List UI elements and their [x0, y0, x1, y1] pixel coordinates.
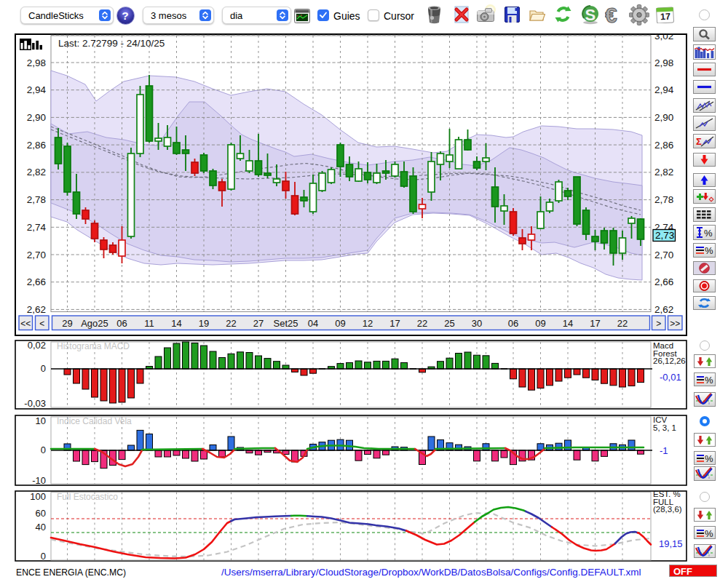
- svg-text:2,70: 2,70: [654, 250, 673, 260]
- svg-text:09: 09: [535, 318, 545, 329]
- svg-text:€: €: [605, 4, 617, 25]
- svg-text:-10: -10: [32, 475, 46, 486]
- svg-text:2,62: 2,62: [654, 304, 673, 315]
- svg-text:2,94: 2,94: [27, 84, 47, 95]
- svg-text:14: 14: [171, 318, 181, 329]
- svg-text:26,12,26: 26,12,26: [653, 356, 686, 365]
- svg-text:2,98: 2,98: [27, 57, 46, 68]
- svg-text:2,66: 2,66: [654, 276, 673, 287]
- svg-text:%: %: [705, 528, 713, 539]
- svg-text:27: 27: [253, 318, 264, 329]
- svg-text:2,73: 2,73: [655, 230, 674, 241]
- svg-text:30: 30: [472, 318, 482, 329]
- svg-text:09: 09: [335, 318, 345, 329]
- svg-text:<: <: [39, 319, 44, 329]
- svg-text:19: 19: [199, 318, 209, 329]
- svg-text:40: 40: [36, 522, 46, 533]
- svg-text:%: %: [704, 228, 713, 239]
- svg-text:12: 12: [363, 318, 373, 329]
- svg-text:19,15: 19,15: [659, 538, 683, 549]
- svg-text:0,02: 0,02: [28, 340, 46, 351]
- svg-text:Σ: Σ: [696, 136, 702, 147]
- svg-text:Set25: Set25: [274, 318, 298, 329]
- svg-text:22: 22: [417, 318, 427, 329]
- svg-text:17: 17: [660, 12, 671, 23]
- svg-text:22: 22: [617, 318, 628, 329]
- svg-text:2,82: 2,82: [27, 167, 46, 178]
- svg-text:2,62: 2,62: [27, 304, 46, 315]
- svg-text:Ago25: Ago25: [81, 318, 108, 329]
- svg-text:-0,01: -0,01: [660, 372, 681, 383]
- svg-text:2,94: 2,94: [654, 84, 674, 95]
- svg-text:Full Estocastico: Full Estocastico: [57, 492, 118, 502]
- svg-text:14: 14: [563, 318, 573, 329]
- svg-text:17: 17: [389, 318, 400, 329]
- svg-text:%: %: [705, 453, 713, 464]
- svg-text:2,70: 2,70: [27, 250, 46, 260]
- svg-text:Indice Calidad Vela: Indice Calidad Vela: [57, 416, 132, 426]
- svg-text:-1: -1: [660, 445, 668, 456]
- svg-text:2,74: 2,74: [27, 222, 47, 233]
- svg-text:2,90: 2,90: [654, 112, 673, 123]
- svg-text:2,78: 2,78: [27, 194, 46, 205]
- svg-text:3,02: 3,02: [654, 33, 673, 41]
- svg-text:2,82: 2,82: [654, 167, 673, 178]
- svg-text:2,86: 2,86: [654, 140, 673, 151]
- svg-text:60: 60: [36, 508, 46, 519]
- svg-text:0: 0: [41, 363, 46, 374]
- svg-text:17: 17: [590, 318, 600, 329]
- svg-text:2,90: 2,90: [27, 112, 46, 123]
- svg-text:>: >: [656, 319, 661, 329]
- svg-text:100: 100: [30, 491, 46, 502]
- svg-text:0: 0: [41, 551, 46, 562]
- svg-text:11: 11: [144, 318, 154, 329]
- svg-text:%: %: [705, 375, 713, 386]
- svg-text:(28,3,6): (28,3,6): [653, 505, 682, 514]
- svg-text:2,66: 2,66: [27, 276, 46, 287]
- svg-text:2,98: 2,98: [654, 57, 673, 68]
- svg-text:0: 0: [41, 445, 46, 455]
- svg-text:Last: 2.72799 - 24/10/25: Last: 2.72799 - 24/10/25: [58, 38, 165, 49]
- svg-text:Histograma MACD: Histograma MACD: [57, 341, 130, 351]
- svg-text:>>: >>: [670, 319, 680, 329]
- svg-text:2,86: 2,86: [27, 140, 46, 151]
- svg-text:06: 06: [116, 318, 127, 329]
- svg-text:S: S: [585, 6, 596, 24]
- svg-text:04: 04: [308, 318, 318, 329]
- svg-text:29: 29: [62, 318, 72, 329]
- svg-text:2,78: 2,78: [654, 194, 673, 205]
- svg-text:<<: <<: [20, 319, 31, 329]
- svg-text:06: 06: [508, 318, 518, 329]
- svg-text:-0,03: -0,03: [24, 398, 46, 409]
- svg-text:10: 10: [36, 415, 46, 426]
- svg-text:22: 22: [226, 318, 236, 329]
- svg-text:%: %: [705, 245, 713, 256]
- svg-text:5, 3, 1: 5, 3, 1: [653, 423, 676, 432]
- svg-text:25: 25: [444, 318, 454, 329]
